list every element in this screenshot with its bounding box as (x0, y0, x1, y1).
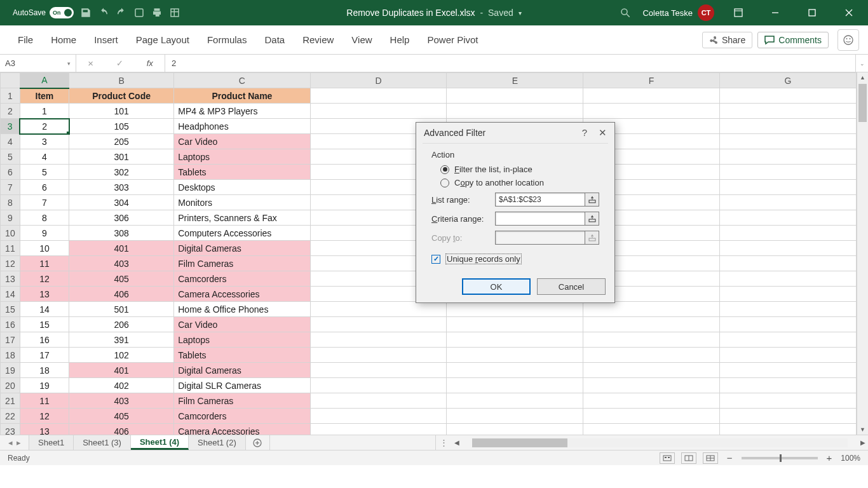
cell[interactable] (310, 104, 447, 119)
table-icon[interactable] (169, 7, 180, 18)
sheet-tab[interactable]: Sheet1 (29, 435, 74, 450)
cell[interactable] (447, 88, 583, 104)
cell[interactable]: 206 (69, 317, 174, 332)
cell[interactable] (310, 317, 447, 332)
radio-copy-location[interactable]: Copy to another location (440, 178, 599, 187)
sheet-tab[interactable]: Sheet1 (3) (74, 435, 131, 450)
comments-button[interactable]: Comments (757, 32, 829, 48)
cell[interactable]: 403 (69, 256, 174, 271)
cell[interactable]: Camcorders (174, 409, 310, 424)
cell[interactable]: Product Code (69, 88, 174, 104)
cell[interactable] (310, 348, 447, 363)
cell[interactable] (310, 332, 447, 348)
cell[interactable] (447, 302, 583, 317)
cell[interactable]: Headphones (174, 119, 310, 134)
cell[interactable]: 5 (20, 165, 69, 180)
fx-icon[interactable]: fx (147, 58, 153, 68)
close-button[interactable] (836, 0, 862, 25)
cell[interactable] (583, 363, 720, 378)
cell[interactable] (583, 317, 720, 332)
cell[interactable] (447, 104, 583, 119)
zoom-level[interactable]: 100% (841, 454, 860, 463)
cell[interactable] (720, 210, 857, 226)
cell[interactable] (310, 88, 447, 104)
cell[interactable] (720, 287, 857, 302)
column-header-G[interactable]: G (720, 73, 857, 88)
column-header-B[interactable]: B (69, 73, 174, 88)
cell[interactable] (720, 165, 857, 180)
cell[interactable]: 405 (69, 409, 174, 424)
cell[interactable] (447, 378, 583, 393)
dialog-help-button[interactable]: ? (582, 127, 587, 139)
cell[interactable]: Laptops (174, 332, 310, 348)
cancel-formula-icon[interactable]: × (88, 58, 93, 69)
ribbon-tab-view[interactable]: View (342, 25, 381, 55)
cell[interactable] (720, 256, 857, 271)
cell[interactable]: Monitors (174, 195, 310, 210)
list-range-input[interactable]: $A$1:$C$23 (495, 193, 585, 207)
row-header[interactable]: 17 (1, 332, 20, 348)
cell[interactable]: 401 (69, 241, 174, 256)
cell[interactable]: 308 (69, 226, 174, 241)
cell[interactable]: 401 (69, 363, 174, 378)
cell[interactable]: 402 (69, 378, 174, 393)
cell[interactable] (310, 424, 447, 435)
cell[interactable] (720, 149, 857, 165)
zoom-in-button[interactable]: + (824, 452, 835, 463)
cell[interactable]: 205 (69, 134, 174, 149)
row-header[interactable]: 22 (1, 409, 20, 424)
cell[interactable] (310, 409, 447, 424)
redo-icon[interactable] (116, 7, 127, 18)
cell[interactable] (720, 302, 857, 317)
autosave-toggle[interactable]: AutoSave On (13, 7, 74, 18)
cell[interactable]: 11 (20, 393, 69, 409)
cell[interactable] (310, 363, 447, 378)
cell[interactable]: 403 (69, 393, 174, 409)
column-header-C[interactable]: C (174, 73, 310, 88)
cell[interactable] (720, 104, 857, 119)
cell[interactable]: Computers Accessories (174, 226, 310, 241)
row-header[interactable]: 23 (1, 424, 20, 435)
save-icon[interactable] (80, 7, 92, 18)
feedback-button[interactable] (837, 29, 859, 51)
cell[interactable] (447, 409, 583, 424)
cell[interactable] (583, 424, 720, 435)
list-range-collapse-button[interactable] (585, 193, 599, 207)
row-header[interactable]: 1 (1, 88, 20, 104)
cell[interactable]: 14 (20, 302, 69, 317)
cell[interactable] (720, 409, 857, 424)
search-icon[interactable] (620, 7, 631, 18)
cell[interactable] (720, 195, 857, 210)
cell[interactable] (447, 363, 583, 378)
unique-records-checkbox[interactable]: ✓ Unique records only (431, 254, 599, 264)
cell[interactable]: Product Name (174, 88, 310, 104)
cancel-button[interactable]: Cancel (537, 278, 606, 295)
cell[interactable] (720, 241, 857, 256)
cell[interactable]: 102 (69, 348, 174, 363)
name-box[interactable]: A3 ▾ (0, 55, 76, 72)
cell[interactable]: Printers, Scanners & Fax (174, 210, 310, 226)
row-header[interactable]: 20 (1, 378, 20, 393)
cell[interactable] (720, 88, 857, 104)
ribbon-tab-file[interactable]: File (9, 25, 42, 55)
row-header[interactable]: 15 (1, 302, 20, 317)
cell[interactable] (310, 378, 447, 393)
radio-filter-inplace[interactable]: Filter the list, in-place (440, 165, 599, 174)
cell[interactable]: 12 (20, 271, 69, 287)
cell[interactable]: Car Video (174, 134, 310, 149)
expand-formula-bar[interactable]: ⌄ (855, 55, 868, 72)
ribbon-tab-home[interactable]: Home (42, 25, 85, 55)
formula-input[interactable]: 2 (165, 55, 855, 72)
ribbon-tab-data[interactable]: Data (255, 25, 294, 55)
cell[interactable]: MP4 & MP3 Players (174, 104, 310, 119)
cell[interactable]: 17 (20, 348, 69, 363)
cell[interactable] (720, 393, 857, 409)
cell[interactable]: 6 (20, 180, 69, 195)
cell[interactable]: Digital Cameras (174, 241, 310, 256)
cell[interactable] (447, 393, 583, 409)
cell[interactable]: 406 (69, 287, 174, 302)
cell[interactable] (583, 302, 720, 317)
cell[interactable]: 4 (20, 149, 69, 165)
cell[interactable]: 12 (20, 409, 69, 424)
cell[interactable]: 15 (20, 317, 69, 332)
